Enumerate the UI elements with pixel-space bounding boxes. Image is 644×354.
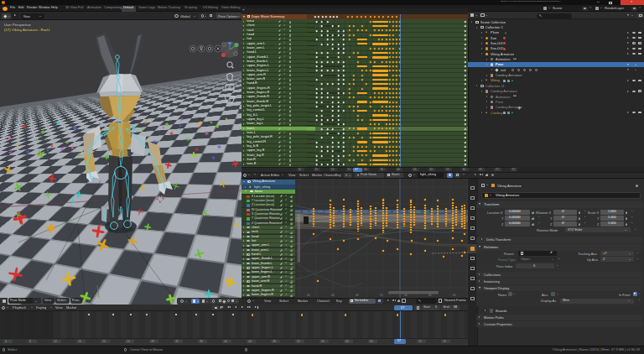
svg-text:64: 64 [453, 294, 456, 297]
svg-text:48: 48 [356, 294, 359, 297]
svg-text:60: 60 [428, 294, 432, 297]
svg-text:44: 44 [331, 294, 335, 297]
svg-text:52: 52 [380, 294, 383, 297]
svg-text:56: 56 [404, 294, 408, 297]
svg-text:40: 40 [307, 294, 310, 297]
